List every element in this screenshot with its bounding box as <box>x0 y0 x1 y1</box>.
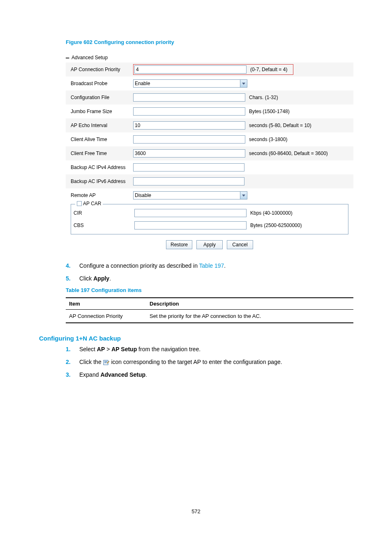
steps-list-a: Configure a connection priority as descr… <box>66 262 355 283</box>
cancel-button[interactable]: Cancel <box>227 240 253 249</box>
row-cbs: CBS Bytes (2500-62500000) <box>71 219 348 232</box>
td-item: AP Connection Priority <box>66 310 146 323</box>
apply-button[interactable]: Apply <box>196 240 223 249</box>
select-remote-ap-value: Disable <box>133 191 240 199</box>
bs1-post: from the navigation tree. <box>137 346 201 352</box>
link-table-197[interactable]: Table 197 <box>199 262 224 269</box>
label-remote-ap: Remote AP <box>66 192 133 198</box>
legend-ap-car-label: AP CAR <box>83 201 101 206</box>
legend-ap-car: AP CAR <box>75 201 103 206</box>
bs1-b1: AP <box>97 346 105 352</box>
label-backup-ipv6: Backup AC IPv6 Address <box>66 178 133 184</box>
hint-client-free: seconds (60-86400, Default = 3600) <box>247 151 328 156</box>
label-cir: CIR <box>71 210 134 216</box>
page-number: 572 <box>0 508 392 514</box>
table-row: AP Connection Priority Set the priority … <box>66 310 353 323</box>
row-cir: CIR Kbps (40-1000000) <box>71 207 348 219</box>
svg-rect-1 <box>104 361 107 362</box>
edit-icon <box>103 359 110 365</box>
table-title: Table 197 Configuration items <box>66 287 355 293</box>
section-header[interactable]: — Advanced Setup <box>66 53 353 63</box>
bs3-pre: Expand <box>79 371 100 378</box>
input-ap-echo[interactable] <box>133 121 245 130</box>
hint-ap-echo: seconds (5-80, Default = 10) <box>247 123 311 128</box>
advanced-setup-panel: — Advanced Setup AP Connection Priority … <box>66 53 353 253</box>
step-4: Configure a connection priority as descr… <box>66 262 355 270</box>
input-backup-ipv6[interactable] <box>133 177 244 185</box>
figure-title: Figure 602 Configuring connection priori… <box>66 39 355 45</box>
label-broadcast-probe: Broadcast Probe <box>66 81 133 86</box>
config-table: Item Description AP Connection Priority … <box>66 297 353 323</box>
svg-rect-3 <box>104 363 106 363</box>
label-configuration-file: Configuration File <box>66 95 133 100</box>
td-desc: Set the priority for the AP connection t… <box>146 310 353 323</box>
steps-list-b: Select AP > AP Setup from the navigation… <box>66 345 355 379</box>
input-backup-ipv4[interactable] <box>133 163 244 171</box>
row-client-free: Client Free Time seconds (60-86400, Defa… <box>66 146 353 160</box>
row-remote-ap: Remote AP Disable <box>66 188 353 202</box>
row-jumbo-frame: Jumbo Frame Size Bytes (1500-1748) <box>66 104 353 118</box>
bs3-bold: Advanced Setup <box>100 371 145 378</box>
row-backup-ipv6: Backup AC IPv6 Address <box>66 174 353 188</box>
row-broadcast-probe: Broadcast Probe Enable <box>66 76 353 90</box>
input-cir[interactable] <box>134 209 247 217</box>
step-5: Click Apply. <box>66 274 355 283</box>
row-configuration-file: Configuration File Chars. (1-32) <box>66 90 353 104</box>
step-5-post: . <box>109 275 111 282</box>
bs1-mid: > <box>105 346 111 352</box>
input-configuration-file[interactable] <box>133 93 245 102</box>
step-4-post: . <box>224 262 226 269</box>
label-backup-ipv4: Backup AC IPv4 Address <box>66 165 133 170</box>
row-client-alive: Client Alive Time seconds (3-1800) <box>66 132 353 146</box>
backup-step-1: Select AP > AP Setup from the navigation… <box>66 345 355 354</box>
hint-jumbo-frame: Bytes (1500-1748) <box>247 109 290 114</box>
step-5-bold: Apply <box>93 275 109 282</box>
button-row: Restore Apply Cancel <box>66 238 353 253</box>
th-desc: Description <box>146 298 353 310</box>
backup-step-3: Expand Advanced Setup. <box>66 371 355 379</box>
label-client-free: Client Free Time <box>66 151 133 156</box>
label-cbs: CBS <box>71 222 134 228</box>
bs1-b2: AP Setup <box>111 346 137 352</box>
row-backup-ipv4: Backup AC IPv4 Address <box>66 160 353 174</box>
row-ap-connection-priority: AP Connection Priority (0-7, Default = 4… <box>66 63 353 76</box>
bs1-pre: Select <box>79 346 97 352</box>
hint-client-alive: seconds (3-1800) <box>247 137 287 142</box>
checkbox-ap-car[interactable] <box>77 201 82 206</box>
bs3-post: . <box>145 371 147 378</box>
backup-step-2: Click the icon corresponding to the targ… <box>66 358 355 366</box>
section-heading-backup: Configuring 1+N AC backup <box>39 335 355 342</box>
chevron-down-icon[interactable] <box>240 191 247 199</box>
fieldset-ap-car: AP CAR CIR Kbps (40-1000000) CBS Bytes (… <box>71 204 348 234</box>
input-jumbo-frame[interactable] <box>133 107 245 116</box>
section-header-label: Advanced Setup <box>71 55 108 60</box>
bs2-post: icon corresponding to the target AP to e… <box>110 359 282 365</box>
chevron-down-icon[interactable] <box>240 79 247 88</box>
th-item: Item <box>66 298 146 310</box>
hint-cbs: Bytes (2500-62500000) <box>249 222 302 228</box>
collapse-icon[interactable]: — <box>66 54 71 61</box>
select-broadcast-probe[interactable]: Enable <box>133 79 247 88</box>
svg-rect-2 <box>104 362 107 362</box>
label-client-alive: Client Alive Time <box>66 137 133 142</box>
hint-configuration-file: Chars. (1-32) <box>247 95 278 100</box>
input-ap-connection-priority[interactable] <box>134 65 247 74</box>
step-5-pre: Click <box>79 275 93 282</box>
restore-button[interactable]: Restore <box>166 240 192 249</box>
label-jumbo-frame: Jumbo Frame Size <box>66 109 133 114</box>
input-cbs[interactable] <box>134 221 247 229</box>
hint-cir: Kbps (40-1000000) <box>249 210 293 216</box>
select-broadcast-probe-value: Enable <box>133 79 240 88</box>
hint-ap-connection-priority: (0-7, Default = 4) <box>249 67 287 72</box>
select-remote-ap[interactable]: Disable <box>133 191 247 199</box>
input-client-free[interactable] <box>133 149 245 158</box>
bs2-pre: Click the <box>79 359 103 365</box>
row-ap-echo: AP Echo Interval seconds (5-80, Default … <box>66 118 353 132</box>
label-ap-connection-priority: AP Connection Priority <box>66 67 133 72</box>
step-4-text: Configure a connection priority as descr… <box>79 262 199 269</box>
label-ap-echo: AP Echo Interval <box>66 123 133 128</box>
input-client-alive[interactable] <box>133 135 245 144</box>
